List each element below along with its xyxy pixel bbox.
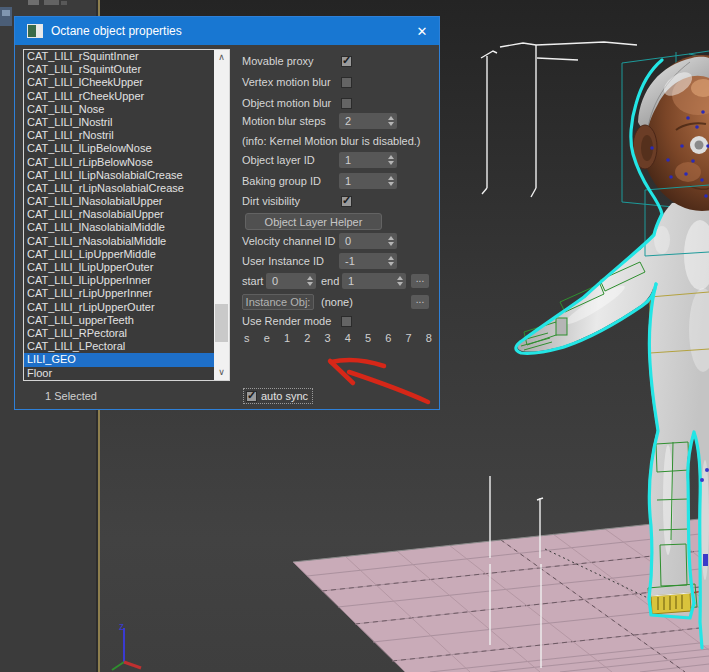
cheek-highlight (675, 162, 701, 182)
list-item[interactable]: CAT_LILI_upperTeeth (24, 314, 214, 327)
object-layer-id-row: Object layer ID 1 (242, 152, 436, 168)
list-item[interactable]: CAT_LILI_rLipUpperInner (24, 287, 214, 300)
list-item[interactable]: CAT_LILI_LPectoral (24, 340, 214, 353)
user-instance-id-label: User Instance ID (242, 255, 324, 267)
background-ui-fragment (61, 1, 67, 5)
list-item[interactable]: CAT_LILI_lNasolabialUpper (24, 195, 214, 208)
list-item[interactable]: CAT_LILI_rSquintInner (24, 50, 214, 63)
se-number-row: s e 1 2 3 4 5 6 7 8 (244, 332, 432, 344)
baking-group-id-row: Baking group ID 1 (242, 173, 436, 189)
list-item[interactable]: Floor (24, 367, 214, 380)
se-item[interactable]: 7 (406, 332, 412, 344)
list-item[interactable]: CAT_LILI_lLipBelowNose (24, 142, 214, 155)
spinner-arrows-icon[interactable] (384, 113, 397, 129)
use-render-mode-label: Use Render mode (242, 315, 331, 327)
baking-group-id-spinner[interactable]: 1 (339, 173, 397, 189)
spinner-arrows-icon[interactable] (384, 233, 397, 249)
object-layer-helper-label: Object Layer Helper (265, 216, 363, 228)
movable-proxy-label: Movable proxy (242, 55, 314, 67)
spinner-arrows-icon[interactable] (384, 152, 397, 168)
list-item[interactable]: CAT_LILI_rLipUpperOuter (24, 301, 214, 314)
list-item[interactable]: CAT_LILI_rNostril (24, 129, 214, 142)
se-item[interactable]: s (244, 332, 250, 344)
velocity-channel-id-row: Velocity channel ID 0 (242, 233, 436, 249)
axis-z-label: z (119, 621, 124, 632)
scroll-up-icon[interactable]: ∧ (214, 50, 229, 65)
spinner-arrows-icon[interactable] (393, 273, 406, 289)
list-item[interactable]: CAT_LILI_RPectoral (24, 327, 214, 340)
list-item[interactable]: CAT_LILI_lNostril (24, 116, 214, 129)
list-item[interactable]: CAT_LILI_lCheekUpper (24, 76, 214, 89)
list-item[interactable]: CAT_LILI_rLipNasolabialCrease (24, 182, 214, 195)
scrollbar-thumb[interactable] (215, 304, 228, 342)
auto-sync-checkbox[interactable] (246, 391, 257, 402)
list-item-selected[interactable]: LILI_GEO (24, 353, 214, 366)
object-motion-blur-row: Object motion blur (242, 95, 436, 111)
list-item[interactable]: CAT_LILI_rLipBelowNose (24, 156, 214, 169)
list-item[interactable]: CAT_LILI_lNasolabialMiddle (24, 221, 214, 234)
se-item[interactable]: 2 (304, 332, 310, 344)
se-item[interactable]: 4 (345, 332, 351, 344)
close-icon[interactable]: ✕ (413, 24, 431, 39)
start-spinner[interactable]: 0 (266, 273, 316, 289)
movable-proxy-row: Movable proxy (242, 53, 436, 69)
scroll-down-icon[interactable]: ∨ (214, 365, 229, 380)
end-label: end (321, 275, 339, 287)
dialog-title: Octane object properties (51, 24, 413, 38)
object-list-items: CAT_LILI_rSquintInner CAT_LILI_rSquintOu… (24, 50, 214, 380)
user-instance-id-row: User Instance ID -1 (242, 253, 436, 269)
motion-blur-steps-row: Motion blur steps 2 (242, 113, 436, 129)
instance-obj-button[interactable]: Instance Obj: (242, 294, 314, 310)
object-layer-id-spinner[interactable]: 1 (339, 152, 397, 168)
dirt-visibility-checkbox[interactable] (341, 196, 352, 207)
velocity-channel-id-spinner[interactable]: 0 (339, 233, 397, 249)
eye-iris (695, 141, 704, 150)
vertex-motion-blur-row: Vertex motion blur (242, 74, 436, 90)
list-item[interactable]: CAT_LILI_lLipNasolabialCrease (24, 169, 214, 182)
spinner-value: -1 (339, 255, 384, 267)
vertex-motion-blur-label: Vertex motion blur (242, 76, 331, 88)
list-item[interactable]: CAT_LILI_Nose (24, 103, 214, 116)
auto-sync-label: auto sync (261, 390, 308, 402)
instance-obj-row: Instance Obj: (none) ... (242, 294, 436, 310)
se-item[interactable]: 5 (365, 332, 371, 344)
vertex-motion-blur-checkbox[interactable] (341, 77, 352, 88)
list-item[interactable]: CAT_LILI_LipUpperMiddle (24, 248, 214, 261)
properties-panel: Movable proxy Vertex motion blur Object … (242, 49, 436, 381)
spinner-value: 1 (342, 275, 393, 287)
baking-group-id-label: Baking group ID (242, 175, 321, 187)
dirt-visibility-label: Dirt visibility (242, 195, 300, 207)
use-render-mode-checkbox[interactable] (341, 316, 352, 327)
spinner-arrows-icon[interactable] (384, 173, 397, 189)
object-layer-helper-button[interactable]: Object Layer Helper (245, 213, 382, 230)
spinner-arrows-icon[interactable] (303, 273, 316, 289)
start-end-browse-button[interactable]: ... (411, 274, 429, 288)
spinner-value: 1 (339, 175, 384, 187)
list-item[interactable]: CAT_LILI_rNasolabialUpper (24, 208, 214, 221)
user-instance-id-spinner[interactable]: -1 (339, 253, 397, 269)
se-item[interactable]: 3 (324, 332, 330, 344)
list-item[interactable]: CAT_LILI_rCheekUpper (24, 90, 214, 103)
start-end-row: start 0 end 1 ... (242, 273, 436, 289)
list-item[interactable]: CAT_LILI_rSquintOuter (24, 63, 214, 76)
instance-obj-browse-button[interactable]: ... (411, 295, 429, 309)
background-ui-fragment (2, 10, 10, 16)
list-item[interactable]: CAT_LILI_lLipUpperInner (24, 274, 214, 287)
spinner-value: 0 (266, 275, 303, 287)
scrollbar[interactable]: ∧ ∨ (214, 50, 229, 380)
movable-proxy-checkbox[interactable] (341, 56, 352, 67)
se-item[interactable]: 1 (284, 332, 290, 344)
se-item[interactable]: 8 (426, 332, 432, 344)
spinner-arrows-icon[interactable] (384, 253, 397, 269)
auto-sync-group[interactable]: auto sync (243, 388, 313, 404)
object-motion-blur-label: Object motion blur (242, 97, 331, 109)
end-spinner[interactable]: 1 (342, 273, 406, 289)
object-motion-blur-checkbox[interactable] (341, 98, 352, 109)
dialog-titlebar[interactable]: Octane object properties ✕ (15, 17, 439, 45)
se-item[interactable]: e (264, 332, 270, 344)
list-item[interactable]: CAT_LILI_rNasolabialMiddle (24, 235, 214, 248)
motion-blur-steps-spinner[interactable]: 2 (339, 113, 397, 129)
list-item[interactable]: CAT_LILI_lLipUpperOuter (24, 261, 214, 274)
instance-obj-label: Instance Obj: (246, 296, 311, 308)
se-item[interactable]: 6 (385, 332, 391, 344)
